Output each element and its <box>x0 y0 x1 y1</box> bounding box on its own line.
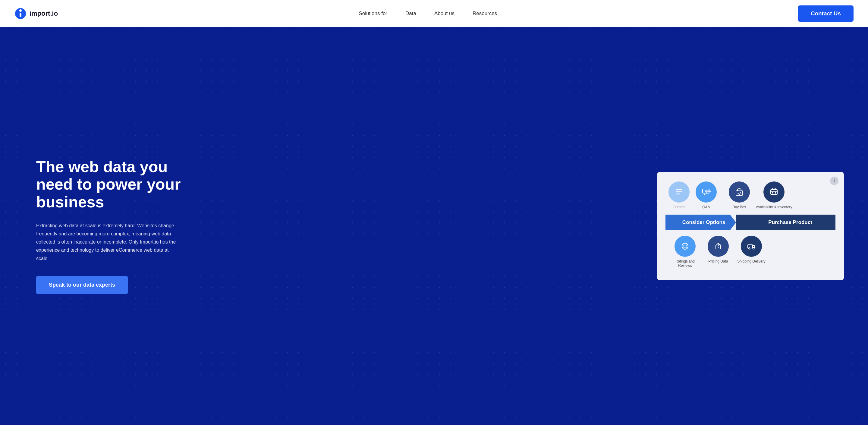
hero-section: The web data you need to power your busi… <box>0 27 868 425</box>
pricing-icon-circle <box>708 236 729 257</box>
svg-rect-4 <box>676 191 682 192</box>
logo[interactable]: import.io <box>14 7 58 20</box>
svg-rect-10 <box>772 188 773 190</box>
svg-point-16 <box>684 245 684 246</box>
diagram-icon-qa: Q&A Q&A <box>689 181 723 209</box>
svg-rect-13 <box>772 192 773 193</box>
qa-icon-label: Q&A <box>702 205 710 209</box>
svg-rect-14 <box>775 192 776 193</box>
nav-solutions[interactable]: Solutions for <box>359 10 388 16</box>
qa-icon-circle: Q&A <box>695 181 717 203</box>
diagram-icon-ratings: Ratings and Reviews <box>669 236 702 268</box>
hero-title: The web data you need to power your busi… <box>36 158 193 211</box>
stage-consider-banner: Consider Options <box>665 215 736 230</box>
svg-rect-5 <box>676 193 680 194</box>
diagram-icon-buybox: Buy Box <box>723 181 756 209</box>
svg-point-21 <box>753 248 754 249</box>
diagram-icon-availability: Availability & Inventory <box>756 181 792 209</box>
content-icon-label: Content <box>673 205 685 209</box>
svg-rect-19 <box>748 245 752 248</box>
logo-text: import.io <box>30 10 58 18</box>
shipping-icon-circle <box>741 236 762 257</box>
availability-icon-label: Availability & Inventory <box>756 205 792 209</box>
svg-point-1 <box>19 9 22 12</box>
hero-content: The web data you need to power your busi… <box>36 158 193 294</box>
availability-icon-circle <box>764 181 784 203</box>
diagram-icon-content: Content <box>669 181 689 209</box>
buybox-icon-circle <box>729 181 750 203</box>
diagram-card: i Content <box>657 172 844 280</box>
svg-rect-2 <box>20 13 22 17</box>
svg-rect-3 <box>676 189 682 190</box>
stage-purchase-banner: Purchase Product <box>736 215 835 230</box>
shipping-icon-label: Shipping Delivery <box>737 259 765 264</box>
diagram-bottom-row: Ratings and Reviews Pricing Data <box>665 236 835 268</box>
svg-rect-11 <box>775 188 776 190</box>
svg-text:Q&A: Q&A <box>705 190 711 192</box>
ratings-icon-label: Ratings and Reviews <box>673 259 697 268</box>
hero-cta-button[interactable]: Speak to our data experts <box>36 276 128 294</box>
buybox-icon-label: Buy Box <box>733 205 746 209</box>
pricing-icon-label: Pricing Data <box>708 259 728 264</box>
svg-rect-9 <box>771 190 777 194</box>
diagram-icon-shipping: Shipping Delivery <box>735 236 768 264</box>
diagram-stages: Consider Options Purchase Product <box>665 215 835 230</box>
diagram-logo-icon: i <box>830 177 838 185</box>
nav-resources[interactable]: Resources <box>472 10 497 16</box>
content-icon-circle <box>669 181 689 203</box>
nav-contact-button[interactable]: Contact Us <box>798 5 854 22</box>
logo-icon <box>14 7 27 20</box>
nav-links: Solutions for Data About us Resources <box>359 10 497 17</box>
ratings-icon-circle <box>675 236 695 257</box>
nav-data[interactable]: Data <box>405 10 416 16</box>
nav-about[interactable]: About us <box>434 10 455 16</box>
diagram-icon-pricing: Pricing Data <box>702 236 735 264</box>
svg-point-17 <box>686 245 687 246</box>
diagram-top-row: Content Q&A Q&A <box>665 181 835 209</box>
hero-description: Extracting web data at scale is extremel… <box>36 221 181 263</box>
navbar: import.io Solutions for Data About us Re… <box>0 0 868 27</box>
